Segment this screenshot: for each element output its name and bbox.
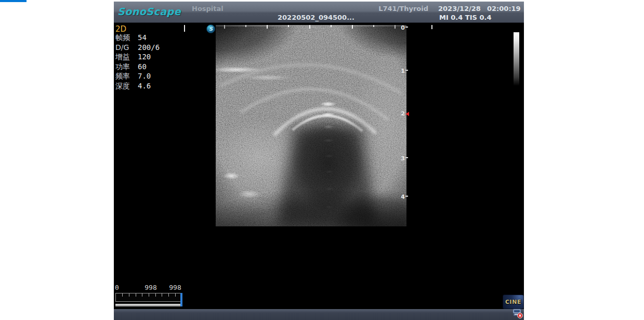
param-value: 4.6	[138, 81, 151, 91]
mi-tis-values: MI 0.4 TIS 0.4	[439, 14, 491, 21]
parameter-row: 帧频 54	[115, 33, 160, 43]
system-time: 02:00:19	[487, 5, 521, 12]
hospital-name: Hospital	[192, 5, 224, 12]
cine-progress-bar[interactable]	[115, 304, 180, 306]
parameter-row: 深度 4.6	[115, 81, 160, 91]
parameter-panel: 帧频 54 D/G 200/6 增益 120 功率 60 频率 7.0 深度 4…	[115, 33, 160, 91]
depth-mark: 1	[395, 68, 412, 74]
depth-mark-label: 4	[395, 194, 405, 200]
status-bar	[114, 309, 524, 320]
depth-mark-label: 3	[395, 156, 405, 162]
header-bar: SonoScape Hospital 20220502_094500... L7…	[114, 2, 524, 23]
param-label: D/G	[115, 43, 138, 53]
depth-tick	[405, 27, 408, 28]
depth-mark-label: 1	[395, 68, 405, 74]
depth-tick	[405, 70, 408, 71]
depth-mark: 2	[395, 111, 412, 117]
param-value: 200/6	[138, 43, 160, 53]
s-logo-letter: S	[209, 27, 213, 32]
sonoscape-logo: SonoScape	[117, 6, 181, 17]
param-label: 帧频	[115, 33, 138, 43]
param-value: 60	[138, 62, 147, 72]
probe-preset: L741/Thyroid	[374, 5, 428, 12]
depth-tick	[405, 157, 408, 158]
cine-button[interactable]: CINE	[503, 295, 524, 309]
parameter-row: 增益 120	[115, 52, 160, 62]
parameter-row: 功率 60	[115, 62, 160, 72]
focus-marker-icon[interactable]	[405, 112, 409, 116]
depth-mark: 4	[395, 194, 412, 200]
printer-error-icon[interactable]	[512, 308, 523, 318]
param-label: 深度	[115, 81, 138, 91]
ultrasound-app-window: SonoScape Hospital 20220502_094500... L7…	[114, 2, 524, 320]
param-value: 120	[138, 52, 151, 62]
depth-mark-label: 2	[395, 111, 405, 117]
depth-mark: 0	[395, 25, 412, 31]
ultrasound-image	[216, 25, 406, 226]
image-display-area: 2D 帧频 54 D/G 200/6 增益 120 功率 60 频率 7.0	[114, 23, 524, 309]
parameter-row: 频率 7.0	[115, 71, 160, 81]
system-date: 2023/12/28	[438, 5, 481, 12]
grayscale-bar	[514, 32, 519, 86]
cine-current-frame: 998	[140, 284, 162, 291]
param-label: 频率	[115, 71, 138, 81]
tgc-marker	[184, 25, 185, 32]
scale-top-marker	[431, 25, 432, 29]
param-label: 增益	[115, 52, 138, 62]
depth-tick	[405, 196, 408, 197]
top-left-accent-line	[0, 0, 27, 2]
cine-position-indicator[interactable]	[180, 293, 182, 306]
cine-total-frames: 998	[164, 284, 186, 291]
param-value: 7.0	[138, 71, 151, 81]
exam-id: 20220502_094500...	[269, 14, 363, 21]
param-value: 54	[138, 33, 147, 43]
param-label: 功率	[115, 62, 138, 72]
s-logo-icon: S	[206, 24, 215, 33]
depth-mark-label: 0	[395, 25, 405, 31]
depth-mark: 3	[395, 156, 412, 162]
parameter-row: D/G 200/6	[115, 43, 160, 53]
cine-start-frame: 0	[115, 284, 119, 291]
cine-ruler[interactable]	[115, 293, 181, 302]
